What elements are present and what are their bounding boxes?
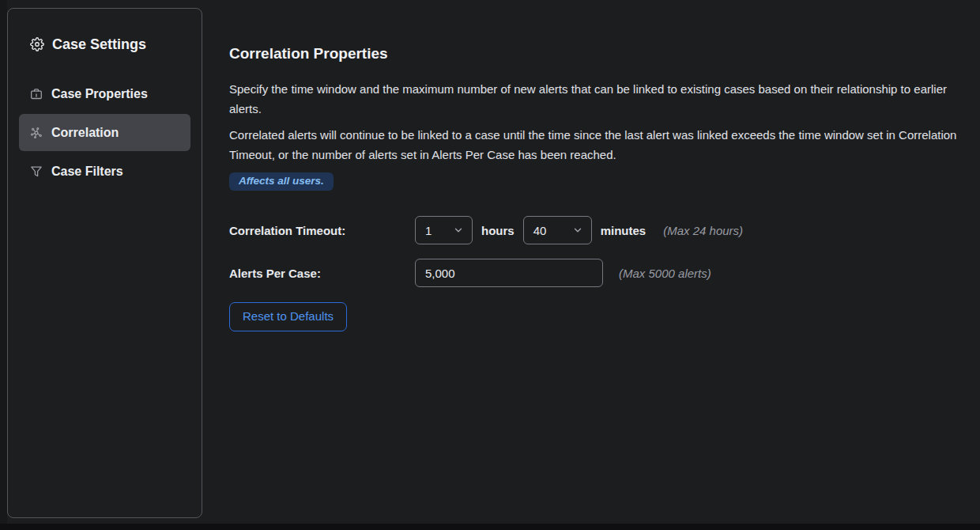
minutes-select-value: 40 xyxy=(533,224,547,237)
sidebar-title: Case Settings xyxy=(52,35,146,54)
correlation-form: Correlation Timeout: 1 hours 40 xyxy=(229,216,958,331)
sidebar-header: Case Settings xyxy=(30,35,190,54)
sidebar-item-correlation[interactable]: Correlation xyxy=(19,114,190,151)
page-title: Correlation Properties xyxy=(229,44,958,63)
max-alerts-hint: (Max 5000 alerts) xyxy=(619,267,711,280)
description-paragraph-2: Correlated alerts will continue to be li… xyxy=(229,125,958,165)
hours-unit-label: hours xyxy=(481,224,514,237)
sidebar-item-case-filters[interactable]: Case Filters xyxy=(19,153,190,190)
affects-all-users-badge: Affects all users. xyxy=(229,172,334,191)
case-settings-sidebar: Case Settings Case Properties xyxy=(7,8,202,518)
minutes-select[interactable]: 40 xyxy=(523,216,592,244)
alerts-per-case-input[interactable] xyxy=(415,259,603,287)
gear-icon xyxy=(30,37,44,51)
sidebar-item-label: Correlation xyxy=(51,126,119,140)
sidebar-item-case-properties[interactable]: Case Properties xyxy=(19,75,190,112)
reset-to-defaults-button[interactable]: Reset to Defaults xyxy=(229,302,347,331)
hours-select[interactable]: 1 xyxy=(415,216,473,244)
case-settings-page: Case Settings Case Properties xyxy=(0,0,980,530)
correlation-cluster-icon xyxy=(30,127,43,139)
alerts-per-case-row: Alerts Per Case: (Max 5000 alerts) xyxy=(229,259,958,287)
briefcase-info-icon xyxy=(30,88,43,100)
alerts-per-case-label: Alerts Per Case: xyxy=(229,267,415,280)
description-paragraph-1: Specify the time window and the maximum … xyxy=(229,79,958,119)
minutes-unit-label: minutes xyxy=(601,224,646,237)
filter-funnel-icon xyxy=(30,165,43,178)
correlation-properties-section: Correlation Properties Specify the time … xyxy=(229,44,958,331)
max-hours-hint: (Max 24 hours) xyxy=(663,224,743,237)
sidebar-nav: Case Properties xyxy=(8,75,202,190)
hours-select-value: 1 xyxy=(425,224,432,237)
chevron-down-icon xyxy=(453,225,464,236)
correlation-timeout-label: Correlation Timeout: xyxy=(229,224,415,237)
chevron-down-icon xyxy=(572,225,583,236)
viewport-bottom-edge xyxy=(0,524,980,530)
viewport-left-edge xyxy=(0,0,7,530)
correlation-timeout-row: Correlation Timeout: 1 hours 40 xyxy=(229,216,958,244)
correlation-timeout-controls: 1 hours 40 xyxy=(415,216,743,244)
sidebar-item-label: Case Filters xyxy=(51,165,123,179)
sidebar-item-label: Case Properties xyxy=(51,87,148,101)
